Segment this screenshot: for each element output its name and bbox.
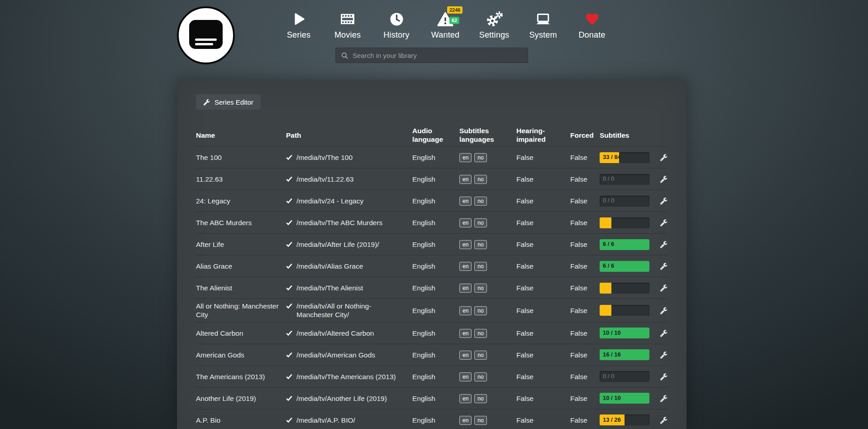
language-badge: en [459, 329, 472, 338]
wrench-icon[interactable] [660, 262, 668, 270]
audio-language: English [412, 370, 459, 384]
column-header-forced: Forced [570, 131, 600, 140]
series-name: The Alienist [196, 281, 286, 295]
wanted-count-badge: 2246 [447, 6, 463, 14]
series-path: /media/tv/A.P. BIO/ [286, 413, 412, 427]
forced-value: False [570, 370, 600, 384]
series-path: /media/tv/Another Life (2019) [286, 391, 412, 405]
series-path: /media/tv/The Alienist [286, 281, 412, 295]
subtitles-progress: 16 / 16 [600, 347, 659, 363]
nav-item-system[interactable]: System [519, 9, 568, 40]
wrench-icon[interactable] [660, 351, 668, 359]
hearing-impaired-value: False [516, 194, 570, 208]
column-header-path: Path [286, 131, 412, 140]
series-path: /media/tv/24 - Legacy [286, 194, 412, 208]
language-badge: no [474, 284, 486, 293]
progress-bar: 10 / 10 [600, 393, 649, 404]
audio-language: English [412, 281, 459, 295]
table-row[interactable]: Another Life (2019)/media/tv/Another Lif… [196, 387, 668, 409]
language-badge: en [459, 153, 472, 162]
wrench-icon[interactable] [660, 154, 668, 161]
table-row[interactable]: A.P. Bio/media/tv/A.P. BIO/EnglishennoFa… [196, 409, 668, 429]
progress-label: 6 / 6 [603, 239, 614, 250]
subtitles-progress: 0 / 0 [600, 193, 659, 209]
wrench-icon[interactable] [660, 329, 668, 337]
film-icon [339, 9, 356, 29]
wrench-icon[interactable] [660, 197, 668, 205]
wrench-icon[interactable] [660, 395, 668, 402]
wrench-icon[interactable] [660, 284, 668, 292]
subtitles-languages: enno [459, 215, 516, 230]
nav-item-wanted[interactable]: Wanted224662 [421, 9, 470, 40]
search-input[interactable] [353, 52, 523, 59]
subtitles-languages: enno [459, 391, 516, 406]
nav-item-settings[interactable]: Settings [470, 9, 519, 40]
forced-value: False [570, 413, 600, 427]
hearing-impaired-value: False [516, 281, 570, 295]
table-row[interactable]: The Americans (2013)/media/tv/The Americ… [196, 366, 668, 387]
table-row[interactable]: All or Nothing: Manchester City/media/tv… [196, 299, 668, 322]
column-header-name: Name [196, 131, 286, 140]
nav-label-donate: Donate [578, 30, 605, 40]
wrench-icon[interactable] [660, 373, 668, 381]
nav-item-donate[interactable]: Donate [568, 9, 616, 40]
series-path: /media/tv/Altered Carbon [286, 326, 412, 340]
nav-item-series[interactable]: Series [274, 9, 323, 40]
table-row[interactable]: After Life/media/tv/After Life (2019)/En… [196, 233, 668, 255]
wrench-icon[interactable] [660, 175, 668, 183]
subtitles-languages: enno [459, 172, 516, 187]
language-badge: no [474, 351, 486, 360]
bazarr-app: SeriesMoviesHistoryWanted224662SettingsS… [0, 0, 868, 429]
wrench-icon[interactable] [660, 307, 668, 314]
table-row[interactable]: 24: Legacy/media/tv/24 - LegacyEnglishen… [196, 190, 668, 212]
forced-value: False [570, 304, 600, 318]
language-badge: en [459, 240, 472, 249]
forced-value: False [570, 348, 600, 362]
table-row[interactable]: The ABC Murders/media/tv/The ABC Murders… [196, 212, 668, 233]
series-path: /media/tv/Alias Grace [286, 259, 412, 273]
table-row[interactable]: Alias Grace/media/tv/Alias GraceEnglishe… [196, 255, 668, 277]
table-row[interactable]: The Alienist/media/tv/The AlienistEnglis… [196, 277, 668, 299]
series-name: A.P. Bio [196, 413, 286, 427]
table-row[interactable]: The 100/media/tv/The 100EnglishennoFalse… [196, 146, 668, 168]
series-path: /media/tv/All or Nothing- Manchester Cit… [286, 299, 412, 322]
series-editor-button[interactable]: Series Editor [196, 94, 261, 110]
nav-item-movies[interactable]: Movies [323, 9, 372, 40]
play-icon [291, 9, 306, 29]
wrench-icon[interactable] [660, 416, 668, 424]
subtitles-languages: enno [459, 280, 516, 295]
nav-label-settings: Settings [479, 30, 510, 40]
check-icon [286, 417, 292, 423]
hearing-impaired-value: False [516, 216, 570, 230]
wrench-icon[interactable] [660, 219, 668, 227]
subtitles-progress [600, 215, 659, 231]
search-bar [335, 48, 528, 63]
audio-language: English [412, 194, 459, 208]
nav-item-history[interactable]: History [372, 9, 421, 40]
check-icon [286, 241, 292, 247]
computer-icon [535, 9, 551, 29]
wanted-secondary-badge: 62 [449, 17, 459, 24]
table-row[interactable]: Altered Carbon/media/tv/Altered CarbonEn… [196, 322, 668, 344]
hearing-impaired-value: False [516, 326, 570, 340]
language-badge: no [474, 329, 486, 338]
language-badge: no [474, 175, 486, 184]
subtitles-languages: enno [459, 413, 516, 428]
language-badge: en [459, 175, 472, 184]
table-row[interactable]: 11.22.63/media/tv/11.22.63EnglishennoFal… [196, 168, 668, 190]
forced-value: False [570, 326, 600, 340]
series-table-body: The 100/media/tv/The 100EnglishennoFalse… [196, 146, 668, 429]
hearing-impaired-value: False [516, 370, 570, 384]
hearing-impaired-value: False [516, 237, 570, 251]
language-badge: en [459, 218, 472, 227]
bazarr-logo[interactable] [177, 6, 235, 64]
table-row[interactable]: American Gods/media/tv/American GodsEngl… [196, 344, 668, 366]
series-path: /media/tv/11.22.63 [286, 172, 412, 186]
audio-language: English [412, 150, 459, 164]
audio-language: English [412, 304, 459, 318]
wrench-icon[interactable] [660, 241, 668, 248]
language-badge: no [474, 262, 486, 271]
series-name: 11.22.63 [196, 172, 286, 186]
progress-bar: 13 / 26 [600, 415, 649, 425]
forced-value: False [570, 237, 600, 251]
